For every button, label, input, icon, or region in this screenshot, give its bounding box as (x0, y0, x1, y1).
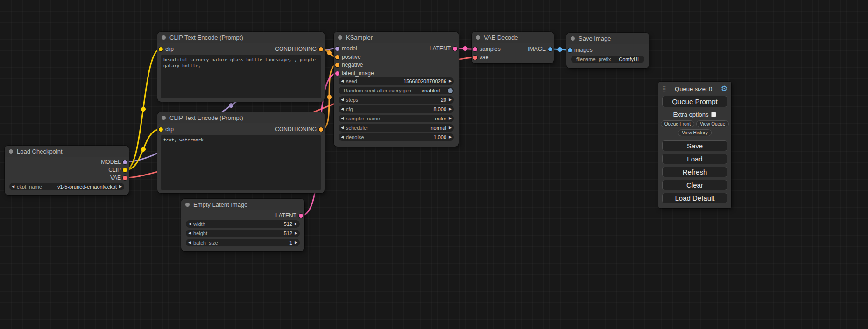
input-port-positive[interactable] (335, 55, 339, 59)
drag-handle-icon[interactable]: ⣿ (662, 86, 666, 91)
stepper-left-icon[interactable]: ◀ (339, 133, 346, 141)
widget-label: width (193, 221, 205, 227)
input-port-samples[interactable] (473, 47, 477, 51)
batch-size-widget[interactable]: ◀ batch_size 1 ▶ (186, 239, 300, 246)
clear-button[interactable]: Clear (662, 180, 727, 190)
stepper-right-icon[interactable]: ▶ (117, 183, 124, 190)
node-title-bar[interactable]: KSampler (334, 32, 459, 43)
height-widget[interactable]: ◀ height 512 ▶ (186, 230, 300, 237)
input-label-positive: positive (342, 54, 361, 60)
seed-widget[interactable]: ◀ seed 156680208700286 ▶ (339, 77, 454, 85)
node-title-bar[interactable]: Empty Latent Image (181, 199, 304, 210)
stepper-left-icon[interactable]: ◀ (339, 115, 346, 122)
node-ksampler[interactable]: KSampler model positive negative latent_… (334, 32, 459, 147)
random-seed-toggle-widget[interactable]: Random seed after every gen enabled (339, 87, 454, 94)
node-title-bar[interactable]: Load Checkpoint (5, 146, 129, 157)
refresh-button[interactable]: Refresh (662, 167, 727, 177)
output-port-model[interactable] (123, 160, 127, 164)
node-title-bar[interactable]: VAE Decode (472, 32, 554, 43)
denoise-widget[interactable]: ◀ denoise 1.000 ▶ (339, 133, 454, 141)
width-widget[interactable]: ◀ width 512 ▶ (186, 220, 300, 228)
input-port-vae[interactable] (473, 56, 477, 60)
ckpt-name-widget[interactable]: ◀ ckpt_name v1-5-pruned-emaonly.ckpt ▶ (9, 183, 124, 190)
collapse-dot-icon[interactable] (185, 203, 190, 207)
widget-value: normal (430, 125, 446, 131)
output-label-image: IMAGE (528, 46, 546, 52)
collapse-dot-icon[interactable] (338, 35, 342, 40)
output-port-conditioning[interactable] (319, 47, 323, 51)
collapse-dot-icon[interactable] (476, 35, 480, 40)
output-port-image[interactable] (548, 47, 552, 51)
node-empty-latent-image[interactable]: Empty Latent Image LATENT ◀ width 512 ▶ … (181, 199, 304, 251)
widget-label: batch_size (193, 240, 218, 245)
input-port-clip[interactable] (159, 127, 163, 132)
stepper-right-icon[interactable]: ▶ (446, 115, 454, 122)
output-port-conditioning[interactable] (319, 127, 323, 132)
sampler-name-widget[interactable]: ◀ sampler_name euler ▶ (339, 115, 454, 122)
stepper-right-icon[interactable]: ▶ (446, 105, 454, 113)
load-default-button[interactable]: Load Default (662, 193, 727, 203)
queue-prompt-button[interactable]: Queue Prompt (662, 96, 727, 107)
widget-value: euler (435, 116, 446, 121)
load-button[interactable]: Load (662, 154, 727, 164)
stepper-left-icon[interactable]: ◀ (186, 239, 193, 246)
queue-front-button[interactable]: Queue Front (661, 120, 694, 127)
input-label-samples: samples (480, 46, 501, 52)
widget-value: 512 (284, 221, 292, 227)
negative-prompt-textarea[interactable]: text, watermark (161, 135, 321, 190)
input-port-clip[interactable] (159, 47, 163, 51)
stepper-right-icon[interactable]: ▶ (446, 96, 454, 104)
stepper-left-icon[interactable]: ◀ (186, 230, 193, 237)
stepper-right-icon[interactable]: ▶ (292, 220, 300, 228)
stepper-left-icon[interactable]: ◀ (339, 124, 346, 132)
node-save-image[interactable]: Save Image images filename_prefix ComfyU… (566, 33, 649, 68)
node-title-bar[interactable]: Save Image (566, 33, 649, 44)
node-title-bar[interactable]: CLIP Text Encode (Prompt) (157, 112, 325, 123)
scheduler-widget[interactable]: ◀ scheduler normal ▶ (339, 124, 454, 132)
input-port-negative[interactable] (335, 63, 339, 67)
collapse-dot-icon[interactable] (162, 35, 166, 40)
widget-label: cfg (346, 106, 353, 112)
output-port-latent[interactable] (299, 214, 303, 218)
collapse-dot-icon[interactable] (571, 36, 575, 41)
stepper-left-icon[interactable]: ◀ (9, 183, 17, 190)
node-vae-decode[interactable]: VAE Decode samples vae IMAGE (472, 32, 554, 63)
settings-gear-icon[interactable]: ⚙ (721, 85, 727, 92)
save-button[interactable]: Save (662, 140, 727, 151)
stepper-right-icon[interactable]: ▶ (446, 124, 454, 132)
filename-prefix-widget[interactable]: filename_prefix ComfyUI (571, 56, 644, 63)
stepper-left-icon[interactable]: ◀ (186, 220, 193, 228)
output-label-clip: CLIP (108, 167, 121, 173)
node-clip-text-encode-negative[interactable]: CLIP Text Encode (Prompt) clip CONDITION… (157, 112, 325, 193)
stepper-left-icon[interactable]: ◀ (339, 77, 346, 85)
view-history-button[interactable]: View History (678, 129, 711, 136)
node-clip-text-encode-positive[interactable]: CLIP Text Encode (Prompt) clip CONDITION… (157, 32, 325, 102)
extra-options-checkbox[interactable] (711, 112, 716, 117)
widget-value: enabled (422, 88, 445, 93)
input-port-images[interactable] (568, 48, 572, 52)
positive-prompt-textarea[interactable]: beautiful scenery nature glass bottle la… (161, 55, 321, 98)
node-title: KSampler (346, 34, 373, 41)
widget-label: seed (346, 78, 357, 84)
node-load-checkpoint[interactable]: Load Checkpoint MODEL CLIP VAE ◀ ckpt_na… (5, 146, 129, 195)
stepper-right-icon[interactable]: ▶ (446, 77, 454, 85)
output-port-vae[interactable] (123, 176, 127, 180)
view-queue-button[interactable]: View Queue (696, 120, 729, 127)
stepper-right-icon[interactable]: ▶ (292, 230, 300, 237)
input-port-model[interactable] (335, 47, 339, 51)
cfg-widget[interactable]: ◀ cfg 8.000 ▶ (339, 105, 454, 113)
toggle-knob-icon[interactable] (448, 88, 453, 93)
output-port-latent[interactable] (453, 47, 457, 51)
collapse-dot-icon[interactable] (9, 149, 13, 154)
output-port-clip[interactable] (123, 168, 127, 172)
collapse-dot-icon[interactable] (162, 116, 166, 120)
node-title-bar[interactable]: CLIP Text Encode (Prompt) (157, 32, 325, 43)
stepper-left-icon[interactable]: ◀ (339, 105, 346, 113)
steps-widget[interactable]: ◀ steps 20 ▶ (339, 96, 454, 104)
stepper-right-icon[interactable]: ▶ (292, 239, 300, 246)
input-port-latent-image[interactable] (335, 71, 339, 76)
stepper-right-icon[interactable]: ▶ (446, 133, 454, 141)
widget-value: 20 (441, 97, 446, 103)
comfyui-canvas[interactable]: { "colors": { "model": "#b39ddb", "clip"… (0, 0, 868, 329)
stepper-left-icon[interactable]: ◀ (339, 96, 346, 104)
